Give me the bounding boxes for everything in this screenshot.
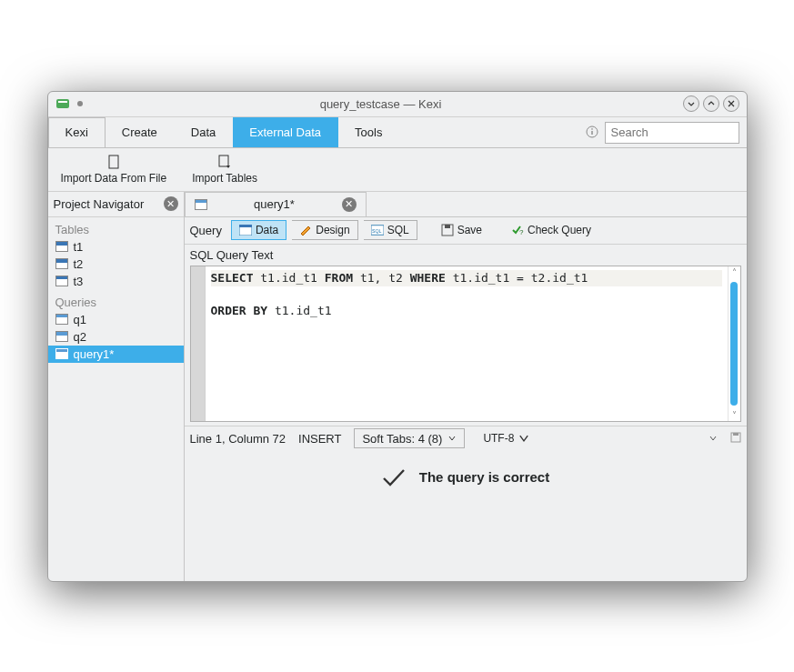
table-icon (55, 276, 68, 286)
document-tabs: query1* ✕ (185, 192, 747, 217)
import-tables-button[interactable]: Import Tables (179, 152, 270, 186)
chevron-down-icon (447, 434, 457, 443)
navigator-title: Project Navigator (54, 197, 145, 211)
titlebar: query_testcase — Kexi (48, 92, 747, 117)
document-tab-label: query1* (215, 197, 335, 211)
ribbon-label: Import Tables (192, 172, 257, 185)
table-import-icon (216, 154, 233, 170)
result-text: The query is correct (419, 469, 549, 485)
query-icon (195, 199, 207, 210)
main-menubar: Kexi Create Data External Data Tools (48, 117, 747, 148)
svg-rect-3 (591, 131, 592, 135)
svg-rect-4 (591, 128, 592, 129)
svg-text:?: ? (519, 228, 524, 236)
checkmark-icon (381, 467, 407, 487)
mode-sql-button[interactable]: SQL SQL (364, 220, 417, 240)
import-data-from-file-button[interactable]: Import Data From File (48, 152, 180, 186)
section-label-tables: Tables (48, 217, 184, 238)
cursor-position: Line 1, Column 72 (190, 432, 286, 446)
insert-mode[interactable]: INSERT (298, 432, 341, 446)
encoding-combo[interactable]: UTF-8 (477, 428, 536, 448)
search-input[interactable] (605, 122, 739, 144)
mode-data-button[interactable]: Data (231, 220, 286, 240)
project-navigator: Project Navigator ✕ Tables t1 t2 t3 Quer… (48, 192, 185, 581)
menu-tab-kexi[interactable]: Kexi (48, 117, 106, 147)
indent-combo[interactable]: Soft Tabs: 4 (8) (354, 428, 465, 448)
scroll-down-icon[interactable]: ˅ (732, 409, 737, 421)
sql-editor[interactable]: SELECT t1.id_t1 FROM t1, t2 WHERE t1.id_… (190, 266, 741, 422)
scroll-up-icon[interactable]: ˄ (732, 266, 737, 278)
check-query-button[interactable]: ? Check Query (506, 220, 597, 240)
svg-rect-6 (219, 155, 228, 166)
svg-rect-5 (109, 155, 118, 168)
check-icon: ? (511, 224, 524, 236)
query-icon (55, 331, 68, 342)
svg-rect-12 (445, 225, 450, 228)
design-icon (299, 225, 312, 236)
menu-tab-external-data[interactable]: External Data (233, 117, 338, 147)
nav-query-query1[interactable]: query1* (48, 346, 184, 363)
svg-rect-8 (239, 225, 252, 227)
editor-scrollbar[interactable]: ˄ ˅ (728, 266, 740, 421)
window-title: query_testcase — Kexi (83, 97, 679, 111)
query-result: The query is correct (185, 451, 747, 495)
nav-query-q2[interactable]: q2 (48, 328, 184, 346)
nav-table-t3[interactable]: t3 (48, 273, 184, 290)
chevron-down-icon (709, 434, 718, 443)
toolbar-mode-label: Query (190, 224, 222, 237)
maximize-button[interactable] (703, 95, 719, 112)
close-window-button[interactable] (723, 95, 739, 112)
overflow-menu-button[interactable] (709, 432, 718, 446)
query-icon (55, 314, 68, 325)
editor-statusbar: Line 1, Column 72 INSERT Soft Tabs: 4 (8… (185, 426, 747, 451)
navigator-header: Project Navigator ✕ (48, 192, 184, 217)
close-tab-button[interactable]: ✕ (342, 197, 357, 212)
nav-table-t2[interactable]: t2 (48, 256, 184, 273)
mode-design-button[interactable]: Design (292, 220, 357, 240)
nav-table-t1[interactable]: t1 (48, 238, 184, 256)
nav-query-q1[interactable]: q1 (48, 311, 184, 328)
save-button[interactable]: Save (436, 220, 487, 240)
app-window: query_testcase — Kexi Kexi Create Data E… (47, 91, 748, 582)
ribbon-label: Import Data From File (61, 172, 167, 185)
app-icon (55, 96, 70, 111)
editor-title: SQL Query Text (185, 245, 747, 266)
svg-rect-1 (58, 101, 67, 103)
table-icon (55, 241, 68, 252)
editor-gutter (191, 266, 206, 421)
svg-rect-0 (56, 99, 69, 108)
info-icon[interactable] (579, 117, 605, 147)
query-icon (55, 348, 68, 359)
save-icon (441, 224, 454, 236)
save-disk-icon[interactable] (730, 432, 741, 446)
close-navigator-button[interactable]: ✕ (164, 196, 178, 211)
document-icon (106, 154, 122, 170)
sql-icon: SQL (371, 225, 384, 236)
scroll-thumb[interactable] (730, 282, 738, 406)
query-toolbar: Query Data Design SQL SQL Save (185, 217, 747, 245)
chevron-down-icon (518, 432, 530, 445)
ribbon: Import Data From File Import Tables (48, 148, 747, 192)
editor-content[interactable]: SELECT t1.id_t1 FROM t1, t2 WHERE t1.id_… (206, 266, 728, 421)
main-area: query1* ✕ Query Data Design SQL SQL (185, 192, 747, 581)
data-view-icon (239, 225, 252, 236)
menu-tab-data[interactable]: Data (175, 117, 233, 147)
menu-tab-create[interactable]: Create (106, 117, 175, 147)
section-label-queries: Queries (48, 290, 184, 311)
minimize-button[interactable] (683, 95, 699, 112)
menu-tab-tools[interactable]: Tools (338, 117, 399, 147)
document-tab-query1[interactable]: query1* ✕ (185, 192, 367, 216)
svg-text:SQL: SQL (372, 228, 382, 234)
svg-rect-15 (733, 433, 739, 436)
table-icon (55, 258, 68, 269)
